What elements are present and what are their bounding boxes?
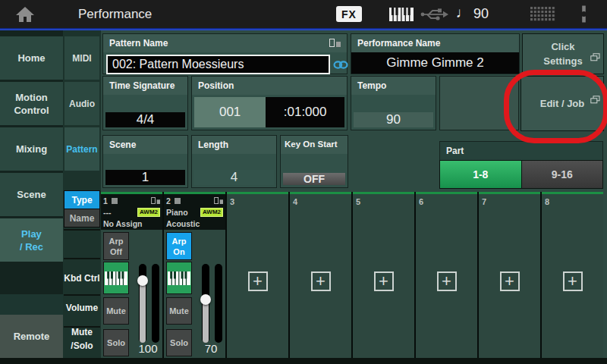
add-part-button[interactable]: + <box>500 271 520 291</box>
add-part-button[interactable]: + <box>248 271 268 291</box>
volume-value: 100 <box>131 342 165 355</box>
main-menu-sidebar: Home Motion Control Mixing Scene Play / … <box>0 30 63 359</box>
pattern-name-input[interactable]: 002: Pattern Moessieurs <box>106 55 330 74</box>
home-icon[interactable] <box>15 5 35 27</box>
kbd-ctrl-button[interactable] <box>166 262 192 294</box>
part-color-strip <box>353 192 414 194</box>
name-button[interactable]: Name <box>64 209 99 227</box>
arp-toggle[interactable]: Arp On <box>166 232 192 260</box>
part-2-header[interactable]: 2 Piano AWM2 Acoustic <box>164 194 225 230</box>
empty-panel <box>439 76 519 130</box>
add-part-button[interactable]: + <box>311 271 331 291</box>
fx-icon[interactable]: FX <box>336 6 362 22</box>
link-icon[interactable] <box>333 55 348 74</box>
position-beat-value[interactable]: :01:000 <box>266 97 344 127</box>
sidebar-item-motion-control[interactable]: Motion Control <box>0 82 63 125</box>
plus-icon: + <box>253 273 263 290</box>
part-slot-4[interactable]: 4 + <box>290 192 351 358</box>
part-color-strip <box>227 192 288 194</box>
tempo-value[interactable]: 90 <box>354 112 433 127</box>
part-color-strip <box>290 192 351 194</box>
volume-slider[interactable] <box>139 264 146 343</box>
live-set-grid-icon[interactable] <box>530 7 556 25</box>
performance-name-label: Performance Name <box>351 34 519 52</box>
pattern-name-label: Pattern Name <box>103 34 347 52</box>
part-slot-6[interactable]: 6 + <box>416 192 477 358</box>
type-button[interactable]: Type <box>64 191 99 209</box>
solo-button[interactable]: Solo <box>166 329 192 356</box>
part-slot-2[interactable]: 2 Piano AWM2 Acoustic Arp On <box>164 192 225 358</box>
row-divider <box>64 229 100 231</box>
part-label: Part <box>439 141 603 160</box>
rename-icon[interactable] <box>329 39 341 49</box>
add-part-button[interactable]: + <box>374 271 394 291</box>
part-tab-9-16[interactable]: 9-16 <box>521 161 603 188</box>
kbd-ctrl-row-label: Kbd Ctrl <box>64 271 100 285</box>
scene-value[interactable]: 1 <box>105 170 185 185</box>
topbar-tempo-value[interactable]: 90 <box>473 6 489 22</box>
part-slot-7[interactable]: 7 + <box>479 192 540 358</box>
part-slot-5[interactable]: 5 + <box>353 192 414 358</box>
part-state-square <box>175 198 181 204</box>
click-settings-label: Click Settings <box>543 39 582 68</box>
part-name-line1: Piano <box>166 208 188 217</box>
sidebar-item-remote[interactable]: Remote <box>0 315 63 358</box>
keyboard-icon[interactable] <box>388 7 414 25</box>
edit-job-label: Edit / Job <box>540 96 585 111</box>
mute-button[interactable]: Mute <box>166 297 192 325</box>
click-settings-button[interactable]: Click Settings <box>522 33 604 74</box>
solo-button[interactable]: Solo <box>103 329 129 356</box>
part-state-square <box>112 198 118 204</box>
part-tab-1-8[interactable]: 1-8 <box>440 161 521 188</box>
slider-thumb[interactable] <box>200 294 211 305</box>
part-name-line2: Acoustic <box>166 219 200 228</box>
length-panel: Length 4 <box>191 135 277 188</box>
part-slots: 1 --- AWM2 No Assign Arp Off <box>101 192 603 358</box>
mute-button[interactable]: Mute <box>103 297 129 325</box>
quarter-note-icon: ♩ <box>456 5 470 21</box>
popup-window-icon <box>590 79 600 108</box>
position-panel: Position 001 :01:000 <box>191 76 348 130</box>
tab-audio[interactable]: Audio <box>64 82 99 125</box>
sidebar-item-mixing[interactable]: Mixing <box>0 127 63 171</box>
engine-badge: AWM2 <box>137 208 160 217</box>
scene-label: Scene <box>103 136 187 154</box>
plus-icon: + <box>505 273 514 290</box>
sidebar-item-home[interactable]: Home <box>0 36 63 80</box>
add-part-button[interactable]: + <box>563 271 583 291</box>
length-value[interactable]: 4 <box>194 170 274 185</box>
sidebar-item-play-rec[interactable]: Play / Rec <box>0 218 63 262</box>
part-1-header[interactable]: 1 --- AWM2 No Assign <box>101 194 162 230</box>
level-meter <box>152 264 159 343</box>
time-signature-value[interactable]: 4/4 <box>105 112 185 127</box>
rename-icon <box>151 196 160 206</box>
edit-job-button[interactable]: Edit / Job <box>521 76 604 131</box>
part-color-strip <box>542 192 603 194</box>
bottom-bezel <box>0 358 607 364</box>
tab-pattern[interactable]: Pattern <box>64 127 99 171</box>
part-slot-3[interactable]: 3 + <box>227 192 288 358</box>
time-signature-panel: Time Signature 4/4 <box>102 76 188 130</box>
add-part-button[interactable]: + <box>437 271 457 291</box>
sidebar-item-scene[interactable]: Scene <box>0 173 63 216</box>
volume-row-label: Volume <box>64 301 100 315</box>
position-bar-value[interactable]: 001 <box>194 97 266 127</box>
usb-icon[interactable] <box>420 7 448 25</box>
kbd-ctrl-button[interactable] <box>103 262 129 294</box>
level-meter <box>215 264 222 343</box>
page-title: Performance <box>78 7 152 22</box>
gear-icon[interactable] <box>573 3 595 28</box>
time-signature-label: Time Signature <box>103 77 187 95</box>
key-on-start-toggle[interactable]: OFF <box>283 173 345 185</box>
position-label: Position <box>192 77 347 95</box>
row-divider <box>64 258 100 259</box>
arp-toggle[interactable]: Arp Off <box>103 232 129 260</box>
performance-name-value[interactable]: Gimme Gimme 2 <box>351 52 519 74</box>
part-color-strip <box>479 192 540 194</box>
part-slot-8[interactable]: 8 + <box>542 192 603 358</box>
part-slot-1[interactable]: 1 --- AWM2 No Assign Arp Off <box>101 192 162 358</box>
part-range-panel: Part 1-8 9-16 <box>439 141 603 189</box>
volume-slider[interactable] <box>202 264 209 343</box>
key-on-start-label: Key On Start <box>281 136 348 154</box>
tab-midi[interactable]: MIDI <box>64 36 99 80</box>
